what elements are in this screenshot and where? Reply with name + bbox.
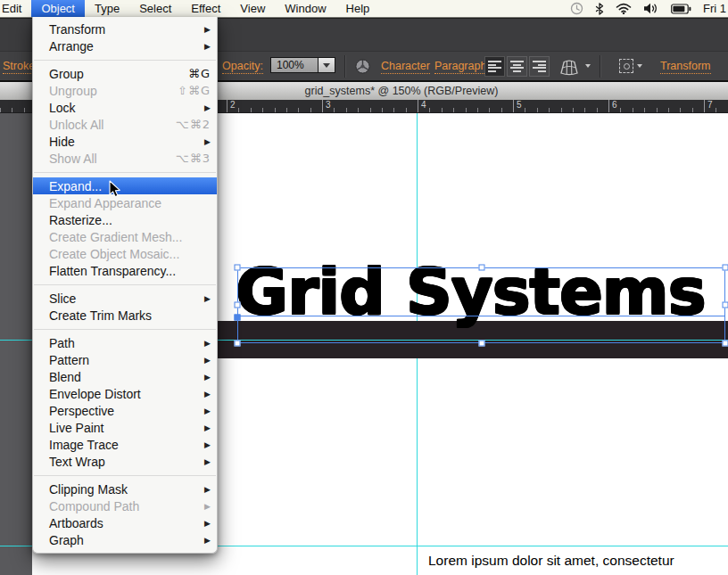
selection-handle[interactable] xyxy=(235,341,241,347)
ruler-tick-major xyxy=(704,100,705,112)
ruler-label: 4 xyxy=(421,100,426,110)
menu-item-label: Ungroup xyxy=(49,84,97,98)
menu-item-lock[interactable]: Lock▶ xyxy=(33,99,217,116)
ruler-tick xyxy=(310,108,311,112)
menubar-item-view[interactable]: View xyxy=(230,0,275,17)
mouse-cursor-icon xyxy=(109,180,122,202)
ruler-tick xyxy=(0,108,1,112)
ruler-tick-major xyxy=(513,100,514,112)
ruler-tick-major xyxy=(227,100,228,112)
menubar-item-help[interactable]: Help xyxy=(336,0,380,17)
ruler-tick xyxy=(501,108,502,112)
ruler-tick xyxy=(346,108,347,112)
menubar-item-type[interactable]: Type xyxy=(85,0,129,17)
submenu-arrow-icon: ▶ xyxy=(204,423,211,432)
menu-item-path[interactable]: Path▶ xyxy=(33,334,217,351)
ruler-tick xyxy=(657,108,658,112)
character-link[interactable]: Character xyxy=(381,60,430,74)
menubar-item-effect[interactable]: Effect xyxy=(181,0,230,17)
isolate-selection-icon[interactable] xyxy=(619,59,633,73)
paragraph-link[interactable]: Paragraph: xyxy=(434,60,490,74)
menu-item-label: Path xyxy=(49,336,75,350)
submenu-arrow-icon: ▶ xyxy=(204,339,211,348)
isolate-dropdown-icon[interactable] xyxy=(637,64,642,68)
menu-item-label: Envelope Distort xyxy=(49,387,141,401)
menu-item-envelope-distort[interactable]: Envelope Distort▶ xyxy=(33,385,217,402)
menu-item-clipping-mask[interactable]: Clipping Mask▶ xyxy=(33,481,217,497)
menu-item-live-paint[interactable]: Live Paint▶ xyxy=(33,419,217,436)
opacity-value-field[interactable]: 100% xyxy=(270,57,318,73)
menu-item-blend[interactable]: Blend▶ xyxy=(33,368,217,385)
envelope-warp-icon[interactable] xyxy=(558,57,581,77)
menu-item-label: Graph xyxy=(49,533,84,547)
menu-item-create-trim-marks[interactable]: Create Trim Marks xyxy=(33,307,217,324)
menu-item-perspective[interactable]: Perspective▶ xyxy=(33,402,217,419)
menu-shortcut: ⌥⌘3 xyxy=(176,152,211,165)
menu-item-ungroup: Ungroup⇧⌘G xyxy=(33,82,217,99)
selection-handle[interactable] xyxy=(723,265,728,271)
menubar-item-select[interactable]: Select xyxy=(129,0,181,17)
menu-item-group[interactable]: Group⌘G xyxy=(33,65,217,82)
ruler-tick xyxy=(24,108,25,112)
align-right-icon[interactable] xyxy=(529,56,550,77)
menu-item-label: Arrange xyxy=(49,39,94,53)
ruler-tick xyxy=(298,108,299,112)
align-center-icon[interactable] xyxy=(507,56,527,77)
menu-item-image-trace[interactable]: Image Trace▶ xyxy=(33,436,217,453)
menu-separator xyxy=(34,284,216,285)
menubar-item-object[interactable]: Object xyxy=(31,0,85,17)
menu-item-transform[interactable]: Transform▶ xyxy=(33,21,217,37)
menu-item-pattern[interactable]: Pattern▶ xyxy=(33,351,217,368)
opacity-link[interactable]: Opacity: xyxy=(222,60,263,74)
align-left-icon[interactable] xyxy=(484,56,505,77)
menu-separator xyxy=(34,172,216,173)
submenu-arrow-icon: ▶ xyxy=(204,294,211,303)
menu-separator xyxy=(34,475,216,476)
envelope-dropdown-icon[interactable] xyxy=(585,64,591,68)
ruler-tick xyxy=(251,108,252,112)
wifi-icon[interactable] xyxy=(616,3,632,14)
selection-handle[interactable] xyxy=(723,341,728,347)
text-anchor-point[interactable] xyxy=(235,315,241,321)
selection-handle[interactable] xyxy=(235,302,241,308)
selection-handle[interactable] xyxy=(479,265,485,271)
submenu-arrow-icon: ▶ xyxy=(204,373,211,382)
menubar: EditObjectTypeSelectEffectViewWindowHelp xyxy=(0,0,728,18)
submenu-arrow-icon: ▶ xyxy=(204,502,211,511)
selection-handle[interactable] xyxy=(723,302,728,308)
menu-item-graph[interactable]: Graph▶ xyxy=(33,531,217,548)
menu-item-label: Live Paint xyxy=(49,421,103,435)
volume-icon[interactable] xyxy=(643,3,659,14)
separator xyxy=(600,55,601,78)
menu-item-flatten-transparency[interactable]: Flatten Transparency... xyxy=(33,262,217,279)
ruler-tick xyxy=(406,108,407,112)
menu-item-slice[interactable]: Slice▶ xyxy=(33,290,217,307)
selection-handle[interactable] xyxy=(479,341,485,347)
menu-separator xyxy=(34,60,216,61)
battery-icon[interactable] xyxy=(671,4,691,14)
body-text[interactable]: Lorem ipsum dolor sit amet, consectetur xyxy=(428,553,674,569)
recolor-artwork-icon[interactable] xyxy=(354,58,371,75)
menu-item-label: Pattern xyxy=(49,353,89,367)
ruler-tick xyxy=(370,108,371,112)
opacity-dropdown-icon[interactable] xyxy=(318,57,335,73)
menu-item-label: Blend xyxy=(49,370,81,384)
ruler-tick xyxy=(334,108,335,112)
menu-item-text-wrap[interactable]: Text Wrap▶ xyxy=(33,453,217,470)
menubar-clock[interactable]: Fri 1 xyxy=(703,2,726,15)
menubar-item-edit[interactable]: Edit xyxy=(0,0,31,17)
menu-item-rasterize[interactable]: Rasterize... xyxy=(33,211,217,228)
menu-item-hide[interactable]: Hide▶ xyxy=(33,133,217,150)
menu-item-artboards[interactable]: Artboards▶ xyxy=(33,514,217,531)
time-machine-icon[interactable] xyxy=(570,2,583,15)
menubar-item-window[interactable]: Window xyxy=(275,0,335,17)
menu-item-label: Show All xyxy=(49,152,97,166)
selection-handle[interactable] xyxy=(235,265,241,271)
menu-item-expand[interactable]: Expand... xyxy=(33,177,217,194)
menu-item-label: Text Wrap xyxy=(49,455,105,469)
bluetooth-icon[interactable] xyxy=(595,3,604,15)
ruler-tick xyxy=(584,108,585,112)
transform-link[interactable]: Transform xyxy=(660,60,711,74)
ruler-tick xyxy=(238,108,239,112)
menu-item-arrange[interactable]: Arrange▶ xyxy=(33,37,217,54)
